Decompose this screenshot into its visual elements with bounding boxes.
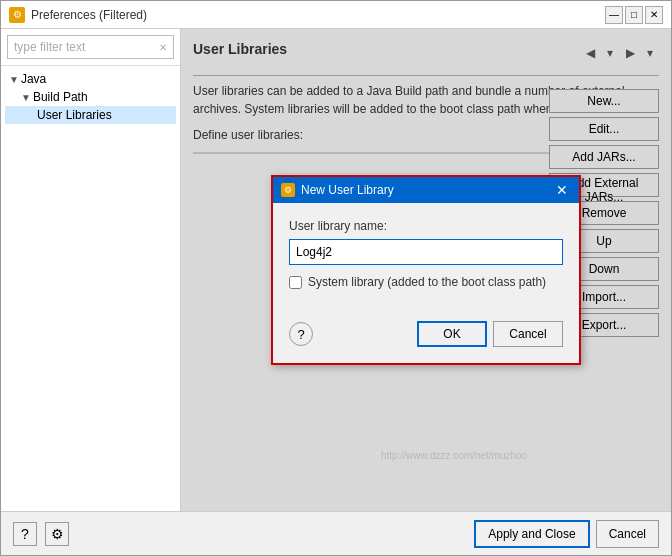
dialog-close-button[interactable]: ✕ <box>553 181 571 199</box>
dialog-help-button[interactable]: ? <box>289 322 313 346</box>
settings-button[interactable]: ⚙ <box>45 522 69 546</box>
tree-label-user-libraries: User Libraries <box>37 108 112 122</box>
dialog-btn-group: OK Cancel <box>417 321 563 347</box>
tree-expand-java: ▼ <box>9 74 19 85</box>
content-area: type filter text ✕ ▼ Java ▼ Build Path U… <box>1 29 671 511</box>
title-bar-left: ⚙ Preferences (Filtered) <box>9 7 147 23</box>
dialog-title-left: ⚙ New User Library <box>281 183 394 197</box>
dialog-overlay: ⚙ New User Library ✕ User library name: … <box>181 29 671 511</box>
tree-expand-build-path: ▼ <box>21 92 31 103</box>
close-window-button[interactable]: ✕ <box>645 6 663 24</box>
dialog-cancel-button[interactable]: Cancel <box>493 321 563 347</box>
search-input-text: type filter text <box>14 40 85 54</box>
maximize-button[interactable]: □ <box>625 6 643 24</box>
dialog-ok-button[interactable]: OK <box>417 321 487 347</box>
dialog-body: User library name: System library (added… <box>273 203 579 313</box>
title-bar-controls: — □ ✕ <box>605 6 663 24</box>
tree-area: ▼ Java ▼ Build Path User Libraries <box>1 66 180 511</box>
dialog-library-name-input[interactable] <box>289 239 563 265</box>
dialog-title-text: New User Library <box>301 183 394 197</box>
dialog-title-icon: ⚙ <box>281 183 295 197</box>
tree-item-user-libraries[interactable]: User Libraries <box>5 106 176 124</box>
bottom-bar: ? ⚙ Apply and Close Cancel <box>1 511 671 555</box>
tree-item-build-path[interactable]: ▼ Build Path <box>5 88 176 106</box>
window-title: Preferences (Filtered) <box>31 8 147 22</box>
tree-label-java: Java <box>21 72 46 86</box>
tree-label-build-path: Build Path <box>33 90 88 104</box>
main-window: ⚙ Preferences (Filtered) — □ ✕ type filt… <box>0 0 672 556</box>
preferences-icon: ⚙ <box>9 7 25 23</box>
search-input-wrapper[interactable]: type filter text ✕ <box>7 35 174 59</box>
apply-close-button[interactable]: Apply and Close <box>474 520 589 548</box>
left-panel: type filter text ✕ ▼ Java ▼ Build Path U… <box>1 29 181 511</box>
tree-item-java[interactable]: ▼ Java <box>5 70 176 88</box>
search-box: type filter text ✕ <box>1 29 180 66</box>
system-library-label: System library (added to the boot class … <box>308 275 546 289</box>
dialog-footer: ? OK Cancel <box>273 313 579 363</box>
help-button[interactable]: ? <box>13 522 37 546</box>
dialog-checkbox-row: System library (added to the boot class … <box>289 275 563 289</box>
bottom-left: ? ⚙ <box>13 522 69 546</box>
search-clear-icon[interactable]: ✕ <box>159 42 167 53</box>
cancel-button[interactable]: Cancel <box>596 520 659 548</box>
bottom-right: Apply and Close Cancel <box>474 520 659 548</box>
right-panel: User Libraries ◀ ▾ ▶ ▾ User libraries ca… <box>181 29 671 511</box>
dialog-title-bar: ⚙ New User Library ✕ <box>273 177 579 203</box>
title-bar: ⚙ Preferences (Filtered) — □ ✕ <box>1 1 671 29</box>
minimize-button[interactable]: — <box>605 6 623 24</box>
new-user-library-dialog: ⚙ New User Library ✕ User library name: … <box>271 175 581 365</box>
dialog-library-name-label: User library name: <box>289 219 563 233</box>
system-library-checkbox[interactable] <box>289 276 302 289</box>
